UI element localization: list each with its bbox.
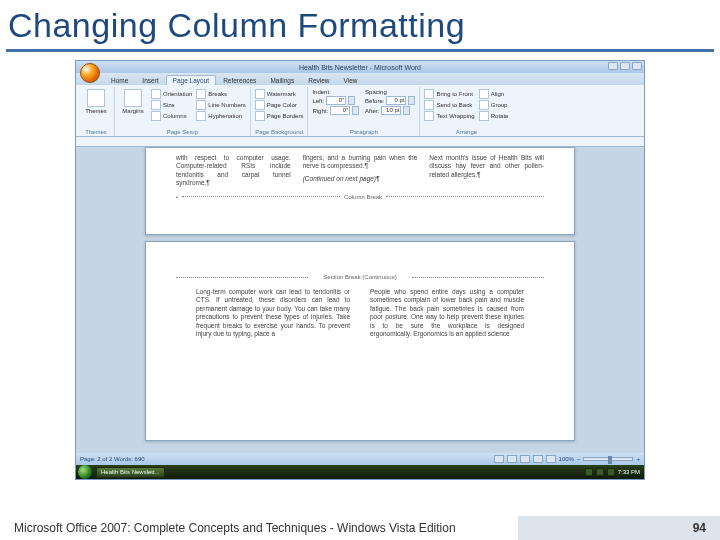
text-wrap-icon (424, 111, 434, 121)
orientation-button[interactable]: Orientation (151, 89, 192, 99)
group-themes: Themes Themes (78, 87, 115, 136)
indent-left-spinner[interactable]: Left:0" (312, 96, 359, 105)
spacing-before-spinner[interactable]: Before:0 pt (365, 96, 415, 105)
system-tray: 7:33 PM (585, 468, 640, 476)
view-web-layout-icon[interactable] (520, 455, 530, 463)
p1-col2: fingers, and a burning pain when the ner… (303, 154, 418, 188)
minimize-button[interactable] (608, 62, 618, 70)
title-underline (6, 49, 714, 52)
tab-review[interactable]: Review (301, 75, 336, 85)
page-scroll[interactable]: with respect to computer usage. Computer… (76, 147, 644, 465)
line-numbers-button[interactable]: Line Numbers (196, 100, 245, 110)
watermark-button[interactable]: Watermark (255, 89, 304, 99)
page-color-button[interactable]: Page Color (255, 100, 304, 110)
slide-title: Changing Column Formatting (0, 0, 720, 49)
hyphenation-button[interactable]: Hyphenation (196, 111, 245, 121)
bring-front-icon (424, 89, 434, 99)
group-button[interactable]: Group (479, 100, 509, 110)
orientation-icon (151, 89, 161, 99)
rotate-icon (479, 111, 489, 121)
start-button[interactable] (78, 465, 92, 479)
ribbon-tabs: Home Insert Page Layout References Maili… (76, 73, 644, 85)
page-number: 94 (693, 521, 706, 535)
zoom-percent[interactable]: 100% (559, 456, 574, 462)
document-page-1: with respect to computer usage. Computer… (145, 147, 575, 235)
text-wrap-button[interactable]: Text Wrapping (424, 111, 474, 121)
group-page-setup: Margins Orientation Size Columns Breaks … (115, 87, 251, 136)
size-icon (151, 100, 161, 110)
tab-references[interactable]: References (216, 75, 263, 85)
slide-footer: Microsoft Office 2007: Complete Concepts… (0, 516, 720, 540)
margins-icon (124, 89, 142, 107)
taskbar-word-button[interactable]: Health Bits Newslett... (96, 467, 165, 478)
view-draft-icon[interactable] (546, 455, 556, 463)
page-borders-icon (255, 111, 265, 121)
tray-icon[interactable] (585, 468, 593, 476)
office-button[interactable] (80, 63, 100, 83)
hyphenation-icon (196, 111, 206, 121)
group-icon (479, 100, 489, 110)
columns-icon (151, 111, 161, 121)
zoom-out-button[interactable]: − (577, 456, 581, 462)
status-left: Page: 2 of 2 Words: 690 (80, 456, 145, 462)
close-button[interactable] (632, 62, 642, 70)
breaks-icon (196, 89, 206, 99)
group-paragraph: Indent Left:0" Right:0" Spacing Before:0… (308, 87, 420, 136)
stepper-icon[interactable] (403, 106, 410, 115)
bring-front-button[interactable]: Bring to Front (424, 89, 474, 99)
size-button[interactable]: Size (151, 100, 192, 110)
document-area: with respect to computer usage. Computer… (76, 137, 644, 465)
word-titlebar: Health Bits Newsletter - Microsoft Word (76, 61, 644, 73)
tab-page-layout[interactable]: Page Layout (166, 75, 217, 85)
send-back-icon (424, 100, 434, 110)
rotate-button[interactable]: Rotate (479, 111, 509, 121)
ribbon-body: Themes Themes Margins Orientation Size C… (76, 85, 644, 137)
tray-icon[interactable] (596, 468, 604, 476)
spacing-after-spinner[interactable]: After:10 pt (365, 106, 415, 115)
send-back-button[interactable]: Send to Back (424, 100, 474, 110)
group-page-background: Watermark Page Color Page Borders Page B… (251, 87, 309, 136)
tray-volume-icon[interactable] (607, 468, 615, 476)
zoom-slider[interactable] (583, 457, 633, 461)
tab-home[interactable]: Home (104, 75, 135, 85)
themes-button[interactable]: Themes (82, 89, 110, 114)
watermark-icon (255, 89, 265, 99)
tab-insert[interactable]: Insert (135, 75, 165, 85)
themes-icon (87, 89, 105, 107)
view-full-screen-icon[interactable] (507, 455, 517, 463)
stepper-icon[interactable] (348, 96, 355, 105)
clock[interactable]: 7:33 PM (618, 469, 640, 475)
tab-mailings[interactable]: Mailings (263, 75, 301, 85)
p2-col1: Long-term computer work can lead to tend… (196, 288, 350, 339)
zoom-in-button[interactable]: + (636, 456, 640, 462)
window-buttons (608, 62, 642, 70)
maximize-button[interactable] (620, 62, 630, 70)
p1-col3: Next month's issue of Health Bits will d… (429, 154, 544, 188)
stepper-icon[interactable] (352, 106, 359, 115)
page-borders-button[interactable]: Page Borders (255, 111, 304, 121)
p1-col1: with respect to computer usage. Computer… (176, 154, 291, 188)
indent-right-spinner[interactable]: Right:0" (312, 106, 359, 115)
horizontal-ruler[interactable] (76, 137, 644, 147)
stepper-icon[interactable] (408, 96, 415, 105)
word-screenshot: Health Bits Newsletter - Microsoft Word … (75, 60, 645, 480)
margins-button[interactable]: Margins (119, 89, 147, 121)
p2-col2: People who spend entire days using a com… (370, 288, 524, 339)
breaks-button[interactable]: Breaks (196, 89, 245, 99)
section-break-marker: Section Break (Continuous) (176, 274, 544, 280)
page-color-icon (255, 100, 265, 110)
group-arrange: Bring to Front Send to Back Text Wrappin… (420, 87, 512, 136)
window-title: Health Bits Newsletter - Microsoft Word (299, 64, 421, 71)
line-numbers-icon (196, 100, 206, 110)
view-outline-icon[interactable] (533, 455, 543, 463)
align-icon (479, 89, 489, 99)
word-statusbar: Page: 2 of 2 Words: 690 100% − + (76, 453, 644, 465)
footer-text: Microsoft Office 2007: Complete Concepts… (14, 521, 456, 535)
vista-taskbar: Health Bits Newslett... 7:33 PM (76, 465, 644, 479)
align-button[interactable]: Align (479, 89, 509, 99)
tab-view[interactable]: View (337, 75, 365, 85)
document-page-2: Section Break (Continuous) Long-term com… (145, 241, 575, 441)
column-break-marker: •Column Break (146, 194, 574, 204)
view-print-layout-icon[interactable] (494, 455, 504, 463)
columns-button[interactable]: Columns (151, 111, 192, 121)
